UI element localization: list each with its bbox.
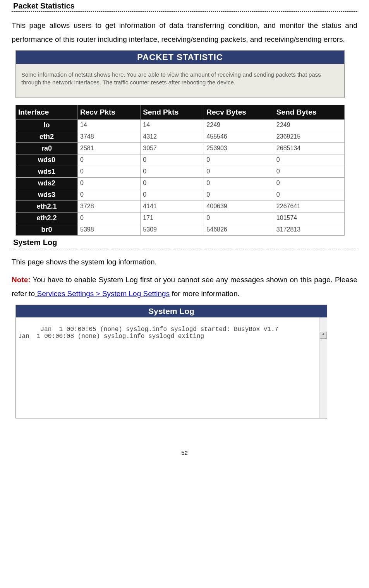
cell-recv-pkts: 14 xyxy=(78,119,141,131)
cell-send-pkts: 5309 xyxy=(141,224,204,235)
note-text-after: for more information. xyxy=(170,290,240,298)
table-row: wds20000 xyxy=(16,177,345,189)
cell-recv-bytes: 0 xyxy=(204,166,274,177)
scrollbar[interactable]: ▲ xyxy=(319,317,327,418)
cell-recv-bytes: 0 xyxy=(204,177,274,189)
table-row: eth2374843124555462369215 xyxy=(16,131,345,142)
table-row: br0539853095468263172813 xyxy=(16,224,345,235)
cell-recv-bytes: 253903 xyxy=(204,142,274,154)
cell-interface: eth2.2 xyxy=(16,212,78,224)
cell-recv-pkts: 0 xyxy=(78,189,141,201)
cell-send-bytes: 2249 xyxy=(274,119,344,131)
cell-recv-pkts: 2581 xyxy=(78,142,141,154)
cell-interface: eth2.1 xyxy=(16,201,78,212)
log-content: Jan 1 00:00:05 (none) syslog.info syslog… xyxy=(18,326,278,340)
cell-interface: br0 xyxy=(16,224,78,235)
panel-title: System Log xyxy=(16,305,327,317)
cell-send-bytes: 0 xyxy=(274,154,344,166)
table-header-row: Interface Recv Pkts Send Pkts Recv Bytes… xyxy=(16,105,345,119)
cell-send-pkts: 4312 xyxy=(141,131,204,142)
cell-send-bytes: 2267641 xyxy=(274,201,344,212)
cell-recv-bytes: 0 xyxy=(204,212,274,224)
cell-recv-bytes: 0 xyxy=(204,189,274,201)
table-row: eth2.1372841414006392267641 xyxy=(16,201,345,212)
panel-description: Some information of netstat shows here. … xyxy=(16,64,344,98)
cell-send-bytes: 3172813 xyxy=(274,224,344,235)
section-title-packet-statistics: Packet Statistics xyxy=(12,2,357,10)
col-send-bytes: Send Bytes xyxy=(274,105,344,119)
table-row: eth2.201710101574 xyxy=(16,212,345,224)
cell-send-pkts: 171 xyxy=(141,212,204,224)
col-send-pkts: Send Pkts xyxy=(141,105,204,119)
page-number: 52 xyxy=(12,449,357,456)
cell-recv-pkts: 0 xyxy=(78,212,141,224)
cell-interface: wds2 xyxy=(16,177,78,189)
cell-send-bytes: 101574 xyxy=(274,212,344,224)
system-log-panel: System Log Jan 1 00:00:05 (none) syslog.… xyxy=(15,305,327,418)
panel-title: PACKET STATISTIC xyxy=(16,51,344,64)
cell-send-pkts: 3057 xyxy=(141,142,204,154)
cell-send-bytes: 0 xyxy=(274,177,344,189)
cell-recv-bytes: 0 xyxy=(204,154,274,166)
cell-recv-pkts: 3748 xyxy=(78,131,141,142)
cell-send-bytes: 0 xyxy=(274,166,344,177)
table-row: wds30000 xyxy=(16,189,345,201)
cell-send-bytes: 2685134 xyxy=(274,142,344,154)
divider xyxy=(12,248,357,248)
packet-statistic-panel: PACKET STATISTIC Some information of net… xyxy=(15,50,345,98)
section-title-system-log: System Log xyxy=(12,238,357,247)
cell-recv-pkts: 0 xyxy=(78,177,141,189)
cell-interface: lo xyxy=(16,119,78,131)
cell-interface: wds0 xyxy=(16,154,78,166)
note-label: Note: xyxy=(12,276,31,284)
system-log-note: Note: You have to enable System Log firs… xyxy=(12,273,357,301)
cell-send-pkts: 0 xyxy=(141,177,204,189)
cell-recv-bytes: 546826 xyxy=(204,224,274,235)
cell-recv-pkts: 0 xyxy=(78,154,141,166)
cell-send-pkts: 0 xyxy=(141,154,204,166)
table-row: wds00000 xyxy=(16,154,345,166)
services-settings-link[interactable]: Services Settings > System Log Settings xyxy=(35,290,170,298)
packet-stats-description: This page allows users to get informatio… xyxy=(12,19,357,46)
cell-interface: eth2 xyxy=(16,131,78,142)
cell-recv-pkts: 3728 xyxy=(78,201,141,212)
system-log-description: This page shows the system log informati… xyxy=(12,255,357,269)
cell-interface: wds3 xyxy=(16,189,78,201)
cell-recv-pkts: 5398 xyxy=(78,224,141,235)
cell-recv-bytes: 400639 xyxy=(204,201,274,212)
cell-interface: ra0 xyxy=(16,142,78,154)
col-recv-bytes: Recv Bytes xyxy=(204,105,274,119)
cell-send-pkts: 14 xyxy=(141,119,204,131)
scroll-up-icon[interactable]: ▲ xyxy=(320,332,327,339)
cell-send-bytes: 2369215 xyxy=(274,131,344,142)
cell-recv-bytes: 455546 xyxy=(204,131,274,142)
divider xyxy=(12,11,357,12)
table-row: wds10000 xyxy=(16,166,345,177)
cell-send-pkts: 4141 xyxy=(141,201,204,212)
col-interface: Interface xyxy=(16,105,78,119)
cell-send-pkts: 0 xyxy=(141,189,204,201)
packet-stats-table: Interface Recv Pkts Send Pkts Recv Bytes… xyxy=(15,105,345,236)
cell-send-bytes: 0 xyxy=(274,189,344,201)
cell-interface: wds1 xyxy=(16,166,78,177)
system-log-textarea[interactable]: Jan 1 00:00:05 (none) syslog.info syslog… xyxy=(16,317,327,418)
cell-recv-pkts: 0 xyxy=(78,166,141,177)
cell-recv-bytes: 2249 xyxy=(204,119,274,131)
table-row: lo141422492249 xyxy=(16,119,345,131)
cell-send-pkts: 0 xyxy=(141,166,204,177)
table-row: ra0258130572539032685134 xyxy=(16,142,345,154)
col-recv-pkts: Recv Pkts xyxy=(78,105,141,119)
